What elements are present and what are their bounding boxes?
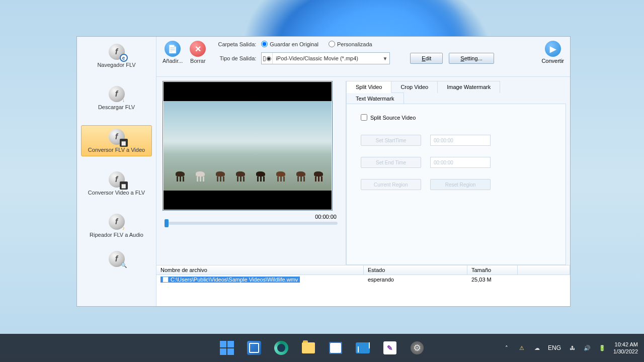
main-panel: 📄 Añadir... ✕ Borrar Carpeta Salida: Gua… (156, 37, 570, 306)
format-value: iPod-Video/Classic Movie (*.mp4) (273, 55, 380, 61)
output-radio-group: Guardar en Original Personalizada (261, 41, 372, 47)
file-list-body: C:\Users\Public\Videos\Sample Videos\Wil… (156, 275, 570, 306)
video-preview (163, 81, 333, 211)
sidebar-item-label: Conversor FLV a Video (88, 147, 145, 153)
output-folder-row: Carpeta Salida: Guardar en Original Pers… (213, 41, 524, 47)
sidebar-item-descargar-flv[interactable]: f↓ Descargar FLV (81, 83, 152, 113)
tray-battery-icon[interactable]: 🔋 (598, 344, 606, 352)
horses-scene (164, 161, 332, 182)
ipod-icon: ▯◉ (262, 53, 273, 64)
tray-chevron-icon[interactable]: ˄ (503, 344, 511, 352)
taskbar-center: ✎ (216, 337, 428, 359)
preview-column: 00:00:00 (163, 81, 340, 265)
end-time-input[interactable] (430, 157, 491, 168)
flv-to-video-icon: f▦ (109, 129, 125, 145)
cell-state: esperando (364, 275, 467, 285)
delete-label: Borrar (190, 58, 206, 64)
sidebar-item-label: Ripeador FLV a Audio (90, 232, 143, 238)
edge-button[interactable] (270, 337, 292, 359)
flv-download-icon: f↓ (109, 86, 125, 102)
format-select[interactable]: ▯◉ iPod-Video/Classic Movie (*.mp4) ▼ (261, 52, 390, 64)
tray-clock[interactable]: 10:42 AM 1/30/2022 (613, 341, 638, 355)
sidebar-item-navegador-flv[interactable]: fe Navegador FLV (81, 41, 152, 71)
middle-section: 00:00:00 Split Video Crop Video Image Wa… (156, 77, 570, 265)
output-format-label: Tipo de Salida: (213, 55, 256, 61)
file-icon (163, 277, 169, 283)
cell-filename: C:\Users\Public\Videos\Sample Videos\Wil… (156, 275, 364, 285)
search-icon: f🔍 (109, 251, 125, 267)
tab-crop-video[interactable]: Crop Video (391, 81, 438, 93)
seek-thumb[interactable] (165, 219, 169, 227)
preview-frame (164, 82, 332, 210)
edit-button[interactable]: Edit (410, 53, 443, 64)
store-button[interactable] (325, 337, 347, 359)
col-state[interactable]: Estado (364, 265, 467, 275)
output-format-row: Tipo de Salida: ▯◉ iPod-Video/Classic Mo… (213, 52, 524, 64)
tray-time: 10:42 AM (613, 341, 638, 348)
sidebar: fe Navegador FLV f↓ Descargar FLV f▦ Con… (77, 37, 156, 306)
col-filename[interactable]: Nombre de archivo (156, 265, 364, 275)
tray-language[interactable]: ENG (548, 344, 561, 351)
file-explorer-button[interactable] (297, 337, 319, 359)
app-window: fe Navegador FLV f↓ Descargar FLV f▦ Con… (76, 36, 571, 307)
play-icon: ▶ (545, 41, 561, 57)
video-to-flv-icon: f▦ (109, 171, 125, 188)
tab-content-split: Split Source Video Set StartTime Set End… (346, 104, 566, 265)
tray-volume-icon[interactable]: 🔊 (583, 344, 591, 352)
convert-label: Convertir (541, 58, 564, 64)
flv-browser-icon: fe (109, 44, 125, 60)
radio-custom[interactable]: Personalizada (329, 41, 372, 47)
tab-split-video[interactable]: Split Video (346, 81, 391, 93)
delete-icon: ✕ (190, 41, 206, 57)
tray-network-icon[interactable]: 🖧 (568, 344, 576, 352)
set-start-time-button[interactable]: Set StartTime (361, 135, 421, 146)
flv-to-audio-icon: f♪ (109, 214, 125, 230)
toolbar: 📄 Añadir... ✕ Borrar Carpeta Salida: Gua… (156, 37, 570, 77)
add-label: Añadir... (163, 58, 183, 64)
add-icon: 📄 (165, 41, 181, 57)
video-content (164, 101, 332, 191)
sidebar-item-conversor-video-flv[interactable]: f▦ Conversor Video a FLV (81, 168, 152, 199)
radio-save-original[interactable]: Guardar en Original (261, 41, 318, 47)
col-empty (518, 265, 570, 275)
file-list: Nombre de archivo Estado Tamaño C:\Users… (156, 265, 570, 306)
dropdown-caret-icon: ▼ (380, 56, 389, 61)
output-folder-label: Carpeta Salida: (213, 41, 256, 47)
tray-date: 1/30/2022 (613, 348, 638, 355)
letterbox-top (164, 82, 332, 101)
sidebar-item-label: Conversor Video a FLV (88, 190, 145, 196)
tab-image-watermark[interactable]: Image Watermark (437, 81, 500, 93)
settings-button[interactable] (406, 337, 428, 359)
taskbar: ✎ ˄ ⚠ ☁ ENG 🖧 🔊 🔋 10:42 AM 1/30/2022 (0, 334, 644, 362)
tray-onedrive-icon[interactable]: ☁ (533, 344, 541, 352)
start-button[interactable] (216, 337, 238, 359)
toolbar-mid: Carpeta Salida: Guardar en Original Pers… (213, 41, 524, 64)
convert-button[interactable]: ▶ Convertir (541, 41, 564, 64)
set-end-time-button[interactable]: Set End Time (361, 157, 421, 168)
sidebar-item-conversor-flv-video[interactable]: f▦ Conversor FLV a Video (81, 125, 152, 156)
time-display: 00:00:00 (163, 211, 340, 222)
reset-region-button[interactable]: Reset Region (430, 179, 491, 190)
mail-button[interactable] (352, 337, 374, 359)
tray-shield-icon[interactable]: ⚠ (518, 344, 526, 352)
delete-button[interactable]: ✕ Borrar (190, 41, 206, 64)
start-time-input[interactable] (430, 135, 491, 146)
widgets-button[interactable] (243, 337, 265, 359)
setting-button[interactable]: Setting... (449, 53, 494, 64)
col-size[interactable]: Tamaño (467, 265, 518, 275)
current-region-button[interactable]: Current Region (361, 179, 421, 190)
seek-slider[interactable] (165, 222, 338, 225)
file-list-header: Nombre de archivo Estado Tamaño (156, 265, 570, 275)
tab-row: Split Video Crop Video Image Watermark T… (346, 81, 570, 104)
sidebar-item-ripeador-flv-audio[interactable]: f♪ Ripeador FLV a Audio (81, 211, 152, 241)
sidebar-item-search[interactable]: f🔍 (81, 248, 152, 270)
file-row[interactable]: C:\Users\Public\Videos\Sample Videos\Wil… (156, 275, 570, 285)
add-button[interactable]: 📄 Añadir... (163, 41, 183, 64)
split-source-checkbox[interactable]: Split Source Video (361, 114, 551, 121)
tabs-panel: Split Video Crop Video Image Watermark T… (346, 81, 570, 265)
tab-text-watermark[interactable]: Text Watermark (346, 93, 404, 104)
cell-size: 25,03 M (467, 275, 518, 285)
letterbox-bottom (164, 191, 332, 210)
app-button[interactable]: ✎ (379, 337, 401, 359)
system-tray: ˄ ⚠ ☁ ENG 🖧 🔊 🔋 10:42 AM 1/30/2022 (503, 341, 638, 355)
